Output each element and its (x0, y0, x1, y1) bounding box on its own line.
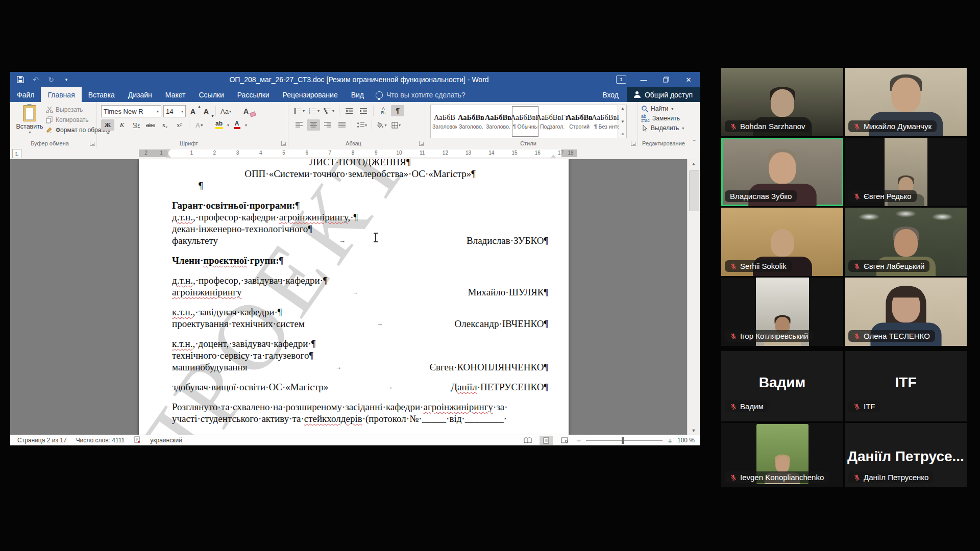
participant-tile-євген-лабецький[interactable]: Євген Лабецький (845, 208, 967, 276)
style-item-1[interactable]: АаБбВвЗаголово... (458, 106, 484, 137)
participant-tile-вадим[interactable]: ВадимВадим (721, 351, 843, 421)
shrink-font-button[interactable]: А▼ (200, 106, 212, 117)
font-size-select[interactable]: 14▾ (163, 105, 186, 117)
clipboard-launcher-icon[interactable] (90, 141, 95, 146)
style-item-0[interactable]: АаБбВЗаголовок (432, 106, 457, 137)
redo-icon[interactable]: ↻ (47, 76, 55, 84)
tab-ссылки[interactable]: Ссылки (192, 87, 230, 102)
undo-icon[interactable]: ↶ (32, 76, 40, 84)
font-launcher-icon[interactable] (281, 141, 286, 146)
first-line-indent-marker[interactable] (166, 149, 171, 152)
sort-button[interactable]: АЯ↓ (377, 105, 390, 116)
restore-button[interactable] (655, 72, 677, 87)
style-item-4[interactable]: АаБбВвГгПодзагол... (539, 106, 566, 137)
subscript-button[interactable]: х₂ (158, 119, 172, 131)
grow-font-button[interactable]: А▲ (187, 106, 199, 117)
vertical-scrollbar[interactable]: ▲ ▼ (687, 159, 700, 435)
tab-рецензирование[interactable]: Рецензирование (276, 87, 345, 102)
line-spacing-button[interactable]: ▾ (355, 119, 369, 131)
highlight-color-button[interactable]: ab (212, 119, 226, 131)
underline-button[interactable]: Ч▾ (130, 119, 143, 131)
proofing-icon[interactable] (134, 436, 141, 445)
read-mode-icon[interactable] (521, 436, 534, 445)
font-color-button[interactable]: А (230, 119, 243, 131)
collapse-ribbon-icon[interactable]: ⌃ (692, 139, 697, 145)
minimize-button[interactable]: — (632, 72, 655, 87)
align-center-button[interactable] (307, 119, 320, 131)
styles-gallery-scroll[interactable]: ▲▼≡ (619, 105, 627, 138)
tab-вид[interactable]: Вид (345, 87, 371, 102)
participant-tile-даніїл-петрусенко[interactable]: Даніїл Петрусе...Даніїл Петрусенко (845, 423, 967, 487)
right-indent-marker[interactable] (551, 155, 556, 158)
superscript-button[interactable]: х² (173, 119, 186, 131)
replace-button[interactable]: ab⇄ac Заменить (641, 114, 684, 122)
share-button[interactable]: Общий доступ (627, 87, 700, 102)
participant-tile-євген-редько[interactable]: Євген Редько (845, 138, 967, 206)
strikethrough-button[interactable]: abc (144, 119, 157, 131)
change-case-button[interactable]: Аа▾ (219, 106, 233, 117)
bullets-button[interactable]: ▾ (292, 105, 306, 116)
select-button[interactable]: Выделить▾ (641, 124, 684, 132)
tab-stop-selector[interactable]: L (12, 149, 21, 158)
clear-formatting-button[interactable]: А (239, 106, 253, 117)
numbering-button[interactable]: 123▾ (307, 105, 321, 116)
qat-customize-icon[interactable]: ▾ (62, 76, 70, 84)
participant-tile-олена-тесленко[interactable]: Олена ТЕСЛЕНКО (845, 278, 967, 346)
hanging-indent-marker[interactable] (166, 155, 171, 158)
participant-tile-ievgen-konoplianchenko[interactable]: Ievgen Konoplianchenko (721, 423, 843, 487)
zoom-level[interactable]: 100 % (677, 437, 695, 444)
save-icon[interactable] (16, 76, 24, 84)
close-button[interactable]: ✕ (677, 72, 700, 87)
shading-button[interactable]: ▾ (375, 119, 388, 131)
decrease-indent-button[interactable] (342, 105, 356, 116)
scroll-down-icon[interactable]: ▼ (688, 426, 700, 435)
scroll-up-icon[interactable]: ▲ (688, 159, 700, 168)
print-layout-icon[interactable] (540, 436, 553, 445)
find-button[interactable]: Найти▾ (641, 105, 684, 112)
style-item-6[interactable]: АаБбВвГ¶ Без инте... (593, 106, 620, 137)
style-item-2[interactable]: АаБбВвЗаголово... (485, 106, 511, 137)
borders-button[interactable]: ▾ (389, 119, 403, 131)
style-item-5[interactable]: АаБбВвСтрогий (566, 106, 593, 137)
language-indicator[interactable]: украинский (150, 437, 182, 444)
tab-дизайн[interactable]: Дизайн (121, 87, 159, 102)
tell-me-search[interactable]: Что вы хотите сделать? (376, 87, 465, 102)
page-indicator[interactable]: Страница 2 из 17 (17, 437, 67, 444)
tab-рассылки[interactable]: Рассылки (231, 87, 276, 102)
tab-файл[interactable]: Файл (10, 87, 41, 102)
bold-button[interactable]: Ж (101, 119, 114, 131)
document-page[interactable]: ПРОЕКТ ЛИСТ·ПОГОДЖЕННЯ¶ОПП·«Системи·точн… (139, 159, 569, 435)
participant-tile-владислав-зубко[interactable]: Владислав Зубко (721, 138, 843, 206)
paste-button[interactable]: Вставить▾ (15, 105, 44, 137)
multilevel-list-button[interactable]: ▾ (322, 105, 336, 116)
participant-tile-bohdan-sarzhanov[interactable]: Bohdan Sarzhanov (721, 68, 843, 136)
horizontal-ruler[interactable]: 21123456789101112131415161718 (139, 149, 577, 157)
tab-главная[interactable]: Главная (41, 87, 81, 102)
participant-tile-михайло-думанчук[interactable]: Михайло Думанчук (845, 68, 967, 136)
align-left-button[interactable] (292, 119, 306, 131)
text-effects-button[interactable]: А▾ (192, 119, 206, 131)
style-item-3[interactable]: АаБбВвГ¶ Обычный (512, 106, 538, 137)
italic-button[interactable]: К (115, 119, 129, 131)
styles-launcher-icon[interactable] (631, 141, 636, 146)
zoom-slider-thumb[interactable] (622, 437, 624, 444)
web-layout-icon[interactable] (558, 436, 571, 445)
tab-макет[interactable]: Макет (159, 87, 192, 102)
participant-tile-ігор-котляревський[interactable]: Ігор Котляревський (721, 278, 843, 346)
zoom-out-icon[interactable]: − (576, 436, 581, 445)
participant-tile-itf[interactable]: ITFITF (845, 351, 967, 421)
scrollbar-thumb[interactable] (689, 170, 699, 211)
participant-tile-serhii-sokolik[interactable]: Serhii Sokolik (721, 208, 843, 276)
ribbon-display-options-icon[interactable]: ↥ (610, 72, 632, 87)
increase-indent-button[interactable] (357, 105, 370, 116)
tab-вставка[interactable]: Вставка (82, 87, 121, 102)
show-formatting-button[interactable]: ¶ (391, 105, 404, 116)
word-count[interactable]: Число слов: 4111 (76, 437, 125, 444)
zoom-in-icon[interactable]: + (668, 436, 672, 445)
font-name-select[interactable]: Times New R▾ (101, 105, 161, 117)
align-right-button[interactable] (321, 119, 334, 131)
paragraph-launcher-icon[interactable] (419, 141, 424, 146)
zoom-slider[interactable] (586, 440, 663, 441)
justify-button[interactable] (335, 119, 349, 131)
sign-in-button[interactable]: Вход (594, 87, 627, 102)
